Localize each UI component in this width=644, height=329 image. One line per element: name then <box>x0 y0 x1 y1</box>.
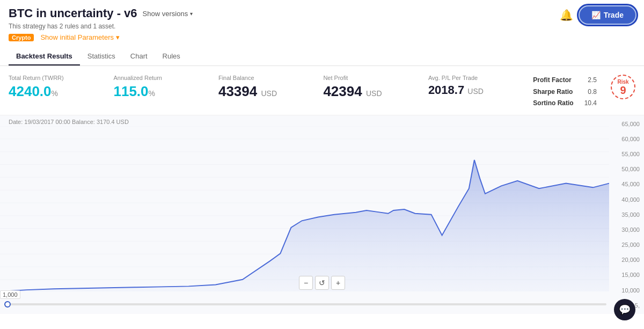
show-params-button[interactable]: Show initial Parameters ▾ <box>40 33 120 41</box>
show-versions-label: Show versions <box>143 10 188 18</box>
y-label-35k: 35,000 <box>613 211 640 218</box>
show-versions-button[interactable]: Show versions ▾ <box>143 10 193 18</box>
profit-factor-label: Profit Factor <box>533 75 571 86</box>
y-label-50k: 50,000 <box>613 166 640 172</box>
ratios-column: Profit Factor 2.5 Sharpe Ratio 0.8 Sorti… <box>533 75 605 109</box>
metrics-row: Total Return (TWRR) 4240.0% Annualized R… <box>0 66 644 115</box>
sortino-ratio-value: 10.4 <box>584 98 597 109</box>
show-params-label: Show initial Parameters <box>40 33 114 41</box>
y-label-15k: 15,000 <box>613 272 640 278</box>
risk-value: 9 <box>620 85 626 96</box>
y-label-25k: 25,000 <box>613 242 640 248</box>
sortino-ratio-row: Sortino Ratio 10.4 <box>533 98 597 109</box>
page-header: BTC in uncertainty - v6 Show versions ▾ … <box>0 0 644 45</box>
avg-pl-label: Avg. P/L Per Trade <box>428 75 522 81</box>
zoom-in-button[interactable]: + <box>331 276 345 290</box>
metric-avg-pl: Avg. P/L Per Trade 2018.7 USD <box>428 75 533 97</box>
annualized-return-value: 115.0% <box>113 83 207 100</box>
range-slider[interactable]: 1,000 <box>4 299 606 310</box>
y-label-60k: 60,000 <box>613 136 640 142</box>
metric-annualized-return: Annualized Return 115.0% <box>113 75 218 100</box>
strategy-subtitle: This strategy has 2 rules and 1 asset. <box>9 23 193 30</box>
tab-rules[interactable]: Rules <box>155 48 188 65</box>
title-row: BTC in uncertainty - v6 Show versions ▾ <box>9 6 193 20</box>
y-label-55k: 55,000 <box>613 151 640 157</box>
y-label-45k: 45,000 <box>613 181 640 187</box>
y-label-65k: 65,000 <box>613 121 640 127</box>
zoom-controls: − ↺ + <box>299 276 345 290</box>
tab-chart[interactable]: Chart <box>123 48 155 65</box>
y-label-30k: 30,000 <box>613 226 640 233</box>
profit-factor-value: 2.5 <box>588 75 597 86</box>
slider-track: 1,000 <box>4 303 606 305</box>
y-label-10k: 10,000 <box>613 287 640 294</box>
chevron-down-icon: ▾ <box>190 11 193 17</box>
y-label-20k: 20,000 <box>613 257 640 263</box>
total-return-label: Total Return (TWRR) <box>9 75 103 81</box>
metric-total-return: Total Return (TWRR) 4240.0% <box>9 75 113 100</box>
zoom-reset-button[interactable]: ↺ <box>315 276 329 290</box>
slider-thumb[interactable]: 1,000 <box>4 301 11 308</box>
y-axis: 65,000 60,000 55,000 50,000 45,000 40,00… <box>609 115 644 314</box>
sharpe-ratio-value: 0.8 <box>588 86 597 98</box>
tabs-row: Backtest Results Statistics Chart Rules <box>0 48 644 66</box>
y-label-40k: 40,000 <box>613 196 640 203</box>
net-profit-label: Net Profit <box>323 75 417 81</box>
chart-date-label: Date: 19/03/2017 00:00 Balance: 3170.4 U… <box>9 119 129 125</box>
chevron-down-icon: ▾ <box>116 33 120 41</box>
slider-value: 1,000 <box>0 290 20 299</box>
final-balance-label: Final Balance <box>218 75 312 81</box>
annualized-return-label: Annualized Return <box>113 75 207 81</box>
avg-pl-value: 2018.7 USD <box>428 83 522 97</box>
tab-statistics[interactable]: Statistics <box>80 48 123 65</box>
crypto-badge: Crypto <box>9 34 34 41</box>
chart-svg-container <box>0 126 609 293</box>
metric-final-balance: Final Balance 43394 USD <box>218 75 323 100</box>
final-balance-value: 43394 USD <box>218 83 312 100</box>
page-title: BTC in uncertainty - v6 <box>9 6 137 20</box>
badge-row: Crypto Show initial Parameters ▾ <box>9 30 193 41</box>
header-right: 🔔 📈 Trade <box>560 6 635 24</box>
risk-label: Risk <box>617 79 628 85</box>
sharpe-ratio-label: Sharpe Ratio <box>533 86 573 98</box>
header-left: BTC in uncertainty - v6 Show versions ▾ … <box>9 6 193 41</box>
chart-area-fill <box>0 160 609 291</box>
notification-icon[interactable]: 🔔 <box>560 9 573 21</box>
zoom-out-button[interactable]: − <box>299 276 313 290</box>
trade-button[interactable]: 📈 Trade <box>580 6 635 24</box>
profit-factor-row: Profit Factor 2.5 <box>533 75 597 86</box>
risk-badge: Risk 9 <box>611 75 635 99</box>
chart-svg <box>0 126 609 293</box>
sortino-ratio-label: Sortino Ratio <box>533 98 573 109</box>
chart-icon: 📈 <box>591 11 601 19</box>
metric-net-profit: Net Profit 42394 USD <box>323 75 428 100</box>
chart-area: Date: 19/03/2017 00:00 Balance: 3170.4 U… <box>0 115 644 314</box>
trade-label: Trade <box>604 11 624 19</box>
total-return-value: 4240.0% <box>9 83 103 100</box>
tab-backtest-results[interactable]: Backtest Results <box>9 48 80 65</box>
net-profit-value: 42394 USD <box>323 83 417 100</box>
sharpe-ratio-row: Sharpe Ratio 0.8 <box>533 86 597 98</box>
